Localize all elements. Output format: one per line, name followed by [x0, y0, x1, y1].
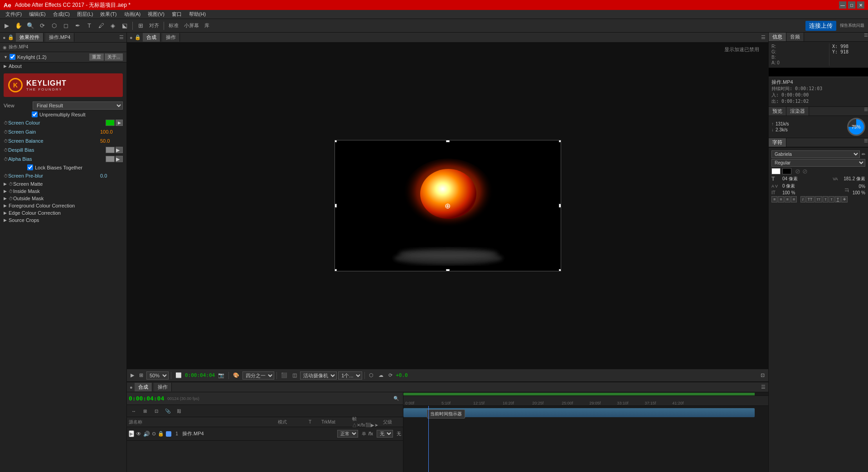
clone-tool[interactable]: ◈ — [108, 21, 118, 31]
alpha-bias-swatch[interactable] — [106, 156, 115, 162]
tl-solo-btn[interactable]: ↔ — [129, 406, 139, 416]
menu-help[interactable]: 帮助(H) — [185, 10, 209, 19]
menu-composition[interactable]: 合成(C) — [49, 10, 73, 19]
menu-file[interactable]: 文件(F) — [2, 10, 25, 19]
alpha-bias-picker-btn[interactable]: ▶ — [116, 156, 123, 162]
reset-view-btn[interactable]: ⟳ — [387, 371, 394, 379]
menu-view[interactable]: 视图(V) — [144, 10, 168, 19]
tab-character[interactable]: 字符 — [769, 138, 786, 147]
tab-comp[interactable]: 合成 — [143, 33, 160, 42]
alpha-stopwatch[interactable]: ⏱ — [4, 157, 8, 162]
handle-middle-left[interactable] — [335, 204, 337, 207]
puppet-tool[interactable]: ⬕ — [120, 21, 130, 31]
tracking-value[interactable]: 0 像素 — [782, 183, 795, 189]
sub-btn[interactable]: T — [829, 196, 834, 202]
super-btn[interactable]: T — [823, 196, 828, 202]
tl-search-btn[interactable]: 🔍 — [391, 394, 401, 404]
track-solo-icon[interactable]: ⊙ — [152, 431, 156, 437]
camera-orbit-tool[interactable]: ⬡ — [49, 21, 59, 31]
despill-stopwatch[interactable]: ⏱ — [4, 148, 8, 153]
tracking2-value[interactable]: 0% — [859, 184, 865, 189]
close-button[interactable]: ✕ — [857, 1, 864, 9]
screen-pre-blur-value[interactable]: 0.0 — [100, 173, 123, 178]
minimize-button[interactable]: — — [839, 1, 846, 9]
despill-bias-swatch[interactable] — [106, 147, 115, 153]
text-tool[interactable]: T — [84, 21, 94, 31]
align-justify-btn[interactable]: ≡ — [791, 196, 797, 202]
tab-audio[interactable]: 音频 — [786, 33, 804, 41]
info-panel-menu[interactable]: ☰ — [864, 33, 868, 41]
3d-btn[interactable]: ⬡ — [367, 371, 375, 379]
caps-btn[interactable]: TT — [806, 196, 815, 202]
handle-bottom-right[interactable] — [559, 269, 561, 271]
online-btn[interactable]: 连接上传 — [805, 21, 836, 31]
track-trkmat-select[interactable]: 无 — [377, 430, 393, 438]
menu-effects[interactable]: 效果(T) — [97, 10, 120, 19]
rotate-tool[interactable]: ⟳ — [37, 21, 47, 31]
track-fx[interactable]: /fx — [368, 431, 373, 436]
screen-matte-stopwatch[interactable]: ⏱ — [9, 182, 13, 187]
track-lock-icon[interactable]: 🔒 — [158, 431, 164, 437]
stroke-color-swatch[interactable] — [782, 168, 791, 174]
screen-matte-section[interactable]: ▶ ⏱ Screen Matte — [0, 180, 126, 188]
screen-colour-stopwatch[interactable]: ⏱ — [4, 120, 8, 125]
source-crops-section[interactable]: ▶ Source Crops — [0, 217, 126, 224]
preview-menu-btn[interactable]: ☰ — [864, 107, 868, 116]
despill-bias-picker-btn[interactable]: ▶ — [116, 147, 123, 153]
tab-effect-controls[interactable]: 效果控件 — [16, 33, 44, 42]
zoom-select[interactable]: 50% — [146, 371, 169, 380]
screen-balance-value[interactable]: 50.0 — [100, 138, 123, 144]
current-time[interactable]: 0:00:04:04 — [129, 395, 164, 402]
snap-btn[interactable]: ⊞ — [136, 21, 145, 31]
viewer-play-btn[interactable]: ▶ — [129, 371, 136, 379]
outside-mask-section[interactable]: ▶ ⏱ Outside Mask — [0, 195, 126, 202]
keylight-checkbox[interactable] — [10, 54, 15, 61]
scale-h-value[interactable]: 100 % — [782, 190, 795, 195]
unpremultiply-checkbox[interactable] — [32, 111, 38, 117]
handle-top-center[interactable] — [446, 140, 450, 142]
viewer-expand-btn[interactable]: ⊡ — [759, 371, 766, 379]
tab-operation[interactable]: 操作 — [162, 33, 180, 42]
handle-bottom-center[interactable] — [446, 269, 450, 271]
align-center-btn[interactable]: ≡ — [778, 196, 784, 202]
underline-btn[interactable]: T — [835, 196, 841, 202]
report-btn[interactable]: 报告系统问题 — [838, 21, 866, 31]
color-btn[interactable]: 🎨 — [231, 371, 241, 379]
playhead[interactable] — [428, 406, 429, 472]
tl-expr-btn[interactable]: ⛓ — [174, 406, 184, 416]
menu-window[interactable]: 窗口 — [168, 10, 185, 19]
tab-file[interactable]: 操作.MP4 — [45, 33, 75, 42]
canvas-frame[interactable]: ⊕ — [335, 140, 561, 271]
selection-tool[interactable]: ▶ — [2, 21, 12, 31]
resolution-btn[interactable]: ⬜ — [174, 371, 184, 379]
camera-select[interactable]: 活动摄像机 — [300, 371, 337, 380]
pen-tool[interactable]: ✒ — [73, 21, 82, 31]
viewer-safe-btn[interactable]: ⊞ — [137, 371, 145, 379]
track-audio-icon[interactable]: 🔊 — [143, 431, 150, 437]
region-btn[interactable]: ⬛ — [279, 371, 289, 379]
snapshot-btn[interactable]: 📷 — [216, 371, 226, 379]
handle-top-left[interactable] — [335, 140, 337, 142]
fg-colour-section[interactable]: ▶ Foreground Colour Correction — [0, 202, 126, 209]
tab-info[interactable]: 信息 — [769, 33, 786, 41]
scale-v-value[interactable]: 100 % — [853, 190, 865, 195]
menu-animation[interactable]: 动画(A) — [121, 10, 145, 19]
screen-pre-blur-stopwatch[interactable]: ⏱ — [4, 173, 8, 178]
hand-tool[interactable]: ✋ — [14, 21, 24, 31]
inside-mask-section[interactable]: ▶ ⏱ Inside Mask — [0, 188, 126, 195]
tab-preview[interactable]: 预览 — [769, 107, 786, 116]
view-select[interactable]: Final Result — [33, 101, 123, 110]
italic-btn[interactable]: I — [800, 196, 805, 202]
maximize-button[interactable]: □ — [848, 1, 855, 9]
handle-bottom-left[interactable] — [335, 269, 337, 271]
tab-timeline-op[interactable]: 操作 — [154, 383, 172, 391]
screen-colour-swatch[interactable] — [106, 120, 115, 126]
timeline-menu-btn[interactable]: ☰ — [761, 384, 766, 390]
handle-top-right[interactable] — [559, 140, 561, 142]
align-right-btn[interactable]: ≡ — [785, 196, 790, 202]
about-section[interactable]: ▶ About — [0, 63, 126, 70]
inside-mask-stopwatch[interactable]: ⏱ — [9, 189, 13, 194]
menu-edit[interactable]: 编辑(E) — [25, 10, 49, 19]
edge-colour-section[interactable]: ▶ Edge Colour Correction — [0, 209, 126, 217]
transparency-btn[interactable]: ◫ — [291, 371, 299, 379]
